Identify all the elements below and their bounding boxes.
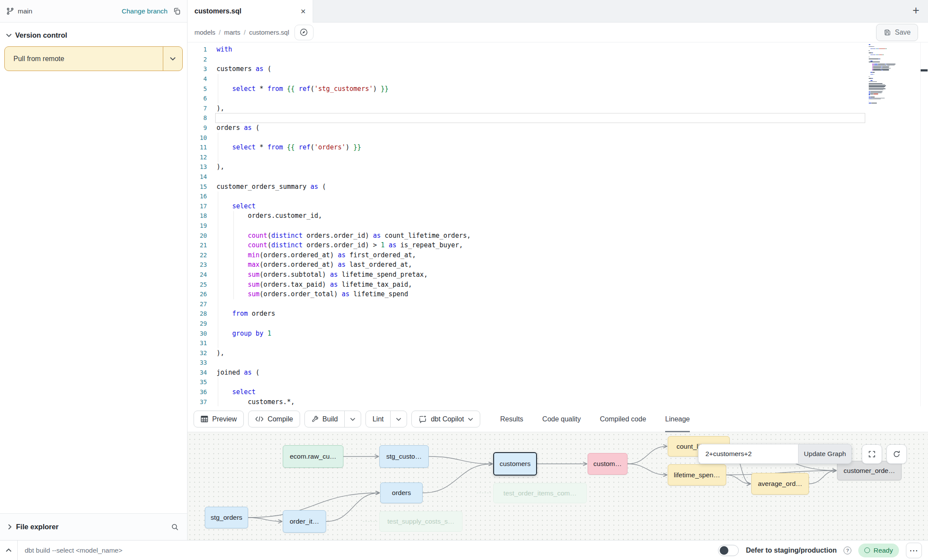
search-icon[interactable] bbox=[171, 523, 179, 531]
scrollbar-thumb[interactable] bbox=[921, 69, 928, 71]
code-line[interactable]: 25 sum(orders.tax_paid) as lifetime_tax_… bbox=[188, 279, 866, 289]
code-line[interactable]: 20 count(distinct orders.order_id) as co… bbox=[188, 230, 866, 240]
status-badge: Ready bbox=[858, 544, 899, 557]
update-graph-button[interactable]: Update Graph bbox=[798, 444, 852, 464]
code-line[interactable]: 29 bbox=[188, 319, 866, 329]
copy-icon[interactable] bbox=[173, 7, 181, 15]
pull-options-caret[interactable] bbox=[163, 47, 182, 71]
code-line[interactable]: 32), bbox=[188, 348, 866, 358]
more-options-button[interactable]: ⋯ bbox=[906, 543, 922, 558]
action-toolbar-row: Preview Compile Build bbox=[188, 406, 928, 432]
code-editor[interactable]: 1with23customers as (45 select * from {{… bbox=[188, 42, 928, 406]
line-number: 6 bbox=[188, 95, 217, 102]
line-number: 29 bbox=[188, 320, 217, 327]
code-line[interactable]: 31 bbox=[188, 338, 866, 348]
code-line[interactable]: 26 sum(orders.order_total) as lifetime_s… bbox=[188, 289, 866, 299]
refresh-button[interactable] bbox=[886, 444, 907, 464]
pull-from-remote-button[interactable]: Pull from remote bbox=[4, 46, 183, 71]
lineage-node-lifetime_spend[interactable]: lifetime_spen… bbox=[668, 464, 726, 486]
lineage-node-stg_customers[interactable]: stg_custo… bbox=[379, 445, 429, 468]
code-line[interactable]: 27 bbox=[188, 299, 866, 309]
dbt-copilot-button[interactable]: dbt Copilot bbox=[411, 411, 481, 427]
line-number: 30 bbox=[188, 330, 217, 337]
code-line[interactable]: 12 bbox=[188, 152, 866, 162]
code-line[interactable]: 37 customers.*, bbox=[188, 397, 866, 406]
code-line[interactable]: 13), bbox=[188, 162, 866, 172]
command-input[interactable]: dbt build --select <model_name> bbox=[17, 541, 718, 560]
code-line[interactable]: 33 bbox=[188, 358, 866, 368]
lineage-panel[interactable]: ecom.raw_cu…stg_custo…customerscustom…co… bbox=[188, 432, 928, 540]
lineage-node-test_supply[interactable]: test_supply_costs_s… bbox=[379, 511, 462, 532]
lineage-node-average_order[interactable]: average_ord… bbox=[751, 473, 809, 495]
editor-scrollbar[interactable] bbox=[920, 42, 928, 406]
code-line[interactable]: 30 group by 1 bbox=[188, 328, 866, 338]
code-line[interactable]: 6 bbox=[188, 94, 866, 104]
line-number: 18 bbox=[188, 212, 217, 219]
code-line[interactable]: 22 min(orders.ordered_at) as first_order… bbox=[188, 250, 866, 260]
lineage-selector-input[interactable] bbox=[698, 444, 798, 464]
lineage-node-orders[interactable]: orders bbox=[380, 482, 423, 503]
lint-options-caret[interactable] bbox=[390, 411, 407, 427]
code-line[interactable]: 11 select * from {{ ref('orders') }} bbox=[188, 142, 866, 152]
tab-customers-sql[interactable]: customers.sql × bbox=[188, 0, 313, 23]
save-button[interactable]: Save bbox=[876, 24, 918, 41]
lineage-node-stg_orders[interactable]: stg_orders bbox=[205, 507, 248, 528]
code-line[interactable]: 7), bbox=[188, 104, 866, 113]
file-explorer-section[interactable]: File explorer bbox=[0, 513, 187, 540]
code-line[interactable]: 24 sum(orders.subtotal) as lifetime_spen… bbox=[188, 270, 866, 280]
result-tab-lineage[interactable]: Lineage bbox=[665, 406, 690, 432]
lint-button[interactable]: Lint bbox=[365, 411, 407, 427]
compile-button[interactable]: Compile bbox=[248, 411, 300, 427]
lineage-node-order_items[interactable]: order_it… bbox=[283, 510, 326, 533]
tab-title: customers.sql bbox=[194, 7, 241, 15]
code-line[interactable]: 5 select * from {{ ref('stg_customers') … bbox=[188, 84, 866, 94]
code-line[interactable]: 28 from orders bbox=[188, 309, 866, 319]
result-tab-code-quality[interactable]: Code quality bbox=[542, 406, 581, 432]
command-panel-expand-button[interactable] bbox=[0, 548, 17, 552]
code-line[interactable]: 1with bbox=[188, 45, 866, 55]
lineage-node-customers[interactable]: customers bbox=[493, 452, 537, 476]
code-line[interactable]: 10 bbox=[188, 133, 866, 142]
change-branch-link[interactable]: Change branch bbox=[122, 7, 168, 15]
code-line[interactable]: 21 count(distinct orders.order_id) > 1 a… bbox=[188, 240, 866, 250]
breadcrumb-separator: / bbox=[244, 29, 246, 36]
result-tab-results[interactable]: Results bbox=[500, 406, 523, 432]
result-tab-compiled-code[interactable]: Compiled code bbox=[600, 406, 646, 432]
code-line[interactable]: 9orders as ( bbox=[188, 123, 866, 133]
close-icon[interactable]: × bbox=[301, 7, 306, 16]
code-line[interactable]: 16 bbox=[188, 191, 866, 201]
code-line[interactable]: 3customers as ( bbox=[188, 64, 866, 74]
breadcrumb-item[interactable]: customers.sql bbox=[249, 29, 289, 36]
line-number: 16 bbox=[188, 193, 217, 200]
code-line[interactable]: 35 bbox=[188, 377, 866, 387]
lineage-filter: Update Graph bbox=[698, 444, 852, 464]
code-line[interactable]: 2 bbox=[188, 55, 866, 65]
defer-toggle[interactable] bbox=[718, 545, 739, 556]
copilot-compass-button[interactable] bbox=[294, 25, 314, 40]
lineage-node-test_order_items[interactable]: test_order_items_com… bbox=[493, 483, 587, 503]
code-line[interactable]: 34joined as ( bbox=[188, 368, 866, 378]
lineage-node-customer_pink[interactable]: custom… bbox=[588, 453, 627, 475]
help-icon[interactable]: ? bbox=[844, 547, 851, 554]
build-options-caret[interactable] bbox=[344, 411, 361, 427]
code-line[interactable]: 19 bbox=[188, 221, 866, 231]
build-button[interactable]: Build bbox=[304, 411, 362, 427]
code-line[interactable]: 18 orders.customer_id, bbox=[188, 211, 866, 221]
code-line[interactable]: 4 bbox=[188, 74, 866, 84]
minimap[interactable] bbox=[869, 44, 920, 104]
preview-button[interactable]: Preview bbox=[194, 411, 244, 427]
code-line[interactable]: 8 bbox=[188, 113, 866, 123]
code-line[interactable]: 36 select bbox=[188, 387, 866, 397]
code-line[interactable]: 17 select bbox=[188, 201, 866, 211]
new-tab-plus-icon[interactable]: + bbox=[912, 5, 919, 16]
lineage-node-ecom_raw[interactable]: ecom.raw_cu… bbox=[283, 445, 343, 468]
fullscreen-button[interactable] bbox=[862, 444, 882, 464]
code-line[interactable]: 23 max(orders.ordered_at) as last_ordere… bbox=[188, 260, 866, 270]
line-number: 22 bbox=[188, 252, 217, 259]
breadcrumb-item[interactable]: models bbox=[194, 29, 215, 36]
breadcrumb-item[interactable]: marts bbox=[224, 29, 241, 36]
code-line[interactable]: 15customer_orders_summary as ( bbox=[188, 181, 866, 191]
version-control-header[interactable]: Version control bbox=[0, 23, 187, 45]
line-number: 20 bbox=[188, 232, 217, 239]
code-line[interactable]: 14 bbox=[188, 172, 866, 182]
